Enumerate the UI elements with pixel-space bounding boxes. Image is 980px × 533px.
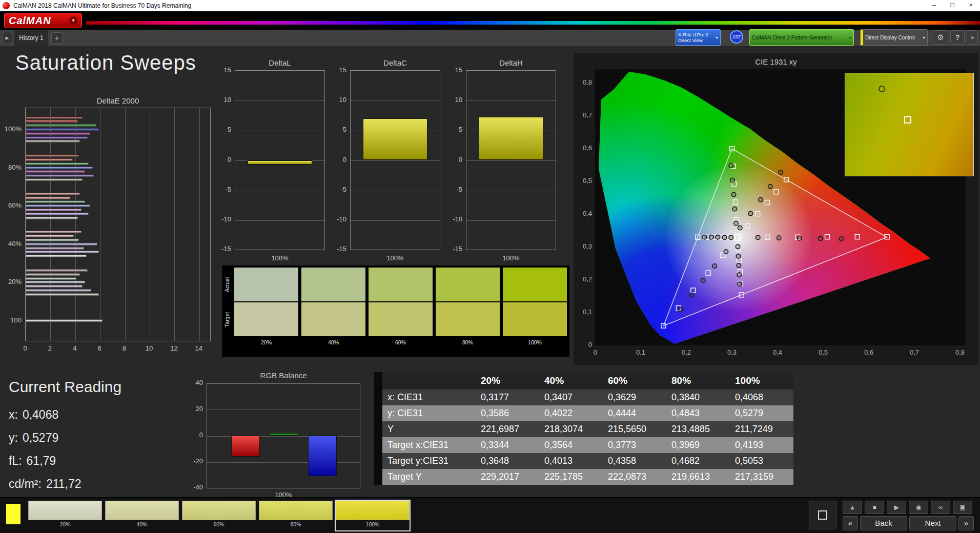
calman-logo-menu[interactable]: CalMAN ▼	[4, 13, 82, 28]
deltae-bar	[26, 154, 79, 157]
back-button[interactable]: Back	[860, 516, 907, 530]
deltae-bar	[26, 277, 76, 280]
cie-measured-point	[702, 235, 706, 239]
axis-tick-label: 5	[212, 126, 231, 134]
table-cell: 0,5279	[730, 405, 793, 421]
window-layout-icon	[818, 510, 827, 520]
patch-button-80%[interactable]: 80%	[259, 501, 333, 530]
patch-button-40%[interactable]: 40%	[105, 501, 179, 530]
maximize-button[interactable]: □	[943, 0, 962, 11]
loop-button[interactable]: ∞	[931, 501, 950, 514]
reading-cdm2: cd/m²:211,72	[9, 477, 183, 491]
brand-strip: CalMAN ▼	[0, 11, 980, 30]
table-cell: 0,4193	[730, 437, 793, 453]
source-connection-button[interactable]: CalMAN Client 3 Pattern Generator ▼	[749, 29, 854, 46]
add-tab-button[interactable]: +	[51, 32, 63, 44]
cie-measured-point	[729, 235, 733, 239]
axis-tick-label: -40	[183, 483, 203, 491]
patch-swatch	[182, 501, 256, 520]
axis-tick-label: 5	[443, 126, 462, 134]
table-cell: 0,3773	[603, 437, 666, 453]
patch-button-60%[interactable]: 60%	[182, 501, 256, 530]
table-cell: 0,3564	[539, 437, 603, 453]
cie-measured-point	[736, 244, 740, 249]
cie-measured-point	[768, 184, 772, 189]
table-gutter-cell	[374, 421, 382, 437]
target-row-label: Target	[224, 302, 232, 336]
capture-button[interactable]: ◉	[909, 501, 928, 514]
stop-button[interactable]: ■	[865, 501, 884, 514]
axis-tick-label: 10	[443, 96, 462, 104]
cie-measured-point	[737, 273, 741, 277]
cie-measured-point	[730, 178, 734, 182]
table-gutter-cell	[374, 469, 382, 485]
patch-button-100%[interactable]: 100%	[336, 501, 410, 530]
table-row: Target Y229,2017225,1785222,0873219,6613…	[374, 469, 793, 485]
deltae-bar	[26, 178, 83, 181]
axis-tick-label: 60%	[8, 201, 22, 209]
panel-expand-button[interactable]: »	[967, 30, 978, 45]
meter-mode: Direct View	[678, 37, 715, 43]
layout-button[interactable]: ▣	[953, 501, 972, 514]
deltae-bar	[26, 289, 91, 292]
next-button[interactable]: Next	[909, 516, 956, 530]
eject-button[interactable]: ▲	[843, 501, 862, 514]
table-cell: 0,3177	[476, 389, 539, 405]
axis-tick-label: 20%	[8, 278, 22, 285]
axis-tick-label: -5	[327, 186, 346, 194]
axis-tick-label: 0,6	[861, 348, 876, 356]
axis-tick-label: 15	[443, 66, 462, 74]
axis-tick-label: 100	[10, 316, 22, 324]
deltal-plot	[235, 70, 325, 250]
table-row: y: CIE310,35860,40220,44440,48430,5279	[374, 405, 793, 421]
delta-bar	[248, 160, 312, 165]
table-header-cell: 40%	[539, 372, 603, 389]
display-connection-button[interactable]: Direct Display Control ▼	[860, 29, 928, 46]
table-cell: Target y:CIE31	[382, 453, 476, 469]
table-cell: 222,0873	[603, 469, 666, 485]
reading-value: 0,5279	[23, 431, 58, 444]
table-cell: 0,4444	[603, 405, 666, 421]
back-chevron-button[interactable]: «	[843, 516, 858, 530]
meter-connection-button[interactable]: X-Rite i1Pro 2 Direct View ▼	[676, 29, 721, 46]
current-reading-block: Current Reading x:0,4068 y:0,5279 fL:61,…	[9, 378, 183, 500]
table-cell: 0,3344	[476, 437, 539, 453]
patch-button-20%[interactable]: 20%	[28, 501, 102, 530]
tab-history-1[interactable]: History 1	[14, 30, 48, 46]
axis-tick-label: -15	[327, 245, 346, 253]
deltae-bar	[26, 116, 83, 119]
table-cell: 0,3648	[476, 453, 539, 469]
deltae-bar	[26, 174, 94, 177]
actual-swatch-40%	[301, 268, 365, 301]
meter-count-badge[interactable]: 237	[730, 30, 743, 44]
table-cell: 221,6987	[476, 421, 539, 437]
deltae-bar	[26, 319, 103, 322]
deltae-bar	[26, 243, 97, 245]
settings-button[interactable]: ⚙	[933, 30, 948, 45]
next-chevron-button[interactable]: »	[958, 516, 974, 530]
minimize-button[interactable]: –	[925, 0, 943, 11]
deltae-bar	[26, 200, 85, 203]
reading-label: cd/m²:	[9, 477, 42, 490]
axis-tick-label: 5	[327, 126, 346, 134]
layout-button[interactable]	[809, 501, 836, 529]
patch-label: 40%	[105, 521, 179, 527]
table-gutter-cell	[374, 389, 382, 405]
help-button[interactable]: ?	[950, 30, 965, 45]
deltae-bar	[26, 273, 80, 276]
cie-measured-point	[724, 250, 728, 254]
meter-labels: X-Rite i1Pro 2 Direct View	[676, 32, 715, 43]
color-checker-column: 100%	[503, 265, 567, 355]
cie-measured-point	[734, 221, 738, 225]
tab-scroll-button[interactable]: ▶	[2, 32, 12, 44]
calman-window: CalMAN 2018 CalMAN Ultimate for Business…	[0, 0, 980, 533]
axis-tick-label: -5	[212, 186, 231, 194]
axis-tick-label: 20	[183, 405, 203, 413]
play-button[interactable]: ▶	[887, 501, 906, 514]
close-button[interactable]: ×	[962, 0, 980, 11]
patch-swatch	[28, 501, 102, 520]
axis-tick-label: 0,1	[633, 348, 648, 356]
table-cell: 0,4843	[666, 405, 730, 421]
deltae-bar	[26, 162, 89, 165]
table-cell: x: CIE31	[382, 389, 476, 405]
